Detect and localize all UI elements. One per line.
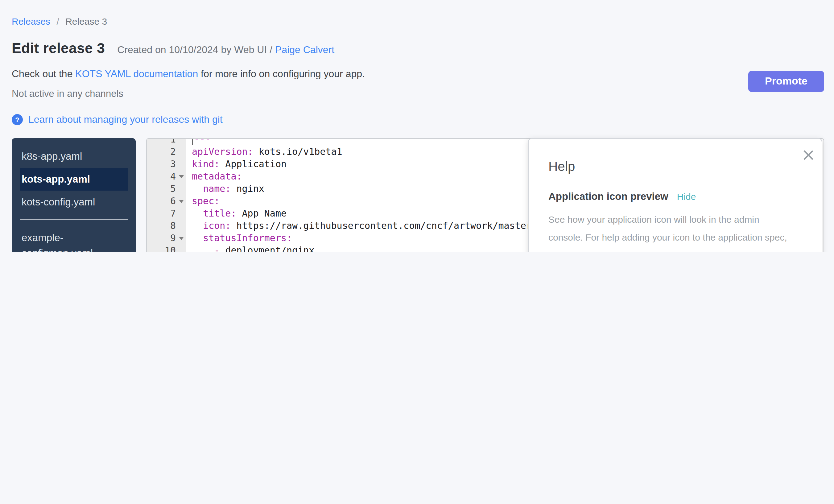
doc-hint-after: for more info on configuring your app. [198,68,365,79]
gutter-line-9: 9 [147,232,186,244]
title-row: Edit release 3 Created on 10/10/2024 by … [12,40,824,57]
question-circle-icon: ? [12,114,23,125]
help-title: Help [548,159,802,174]
close-icon[interactable] [803,150,814,160]
description-line-1: See how your application icon will look … [548,210,802,228]
file-item-example-configmap.yaml[interactable]: example-configmap.yaml [20,226,123,252]
release-workspace: k8s-app.yamlkots-app.yamlkots-config.yam… [12,138,824,252]
file-list-kots: k8s-app.yamlkots-app.yamlkots-config.yam… [12,138,136,214]
description-line-3: see the documentation. [548,246,802,252]
file-list-divider [20,219,128,220]
pane-gap [136,138,146,252]
doc-hint-before: Check out the [12,68,75,79]
created-by-link[interactable]: Paige Calvert [275,44,334,55]
gutter-line-2: 2 [147,146,186,158]
gutter-line-6: 6 [147,195,186,207]
file-item-kots-app.yaml[interactable]: kots-app.yaml [20,168,128,191]
gutter-line-5: 5 [147,182,186,195]
gutter-line-10: 10 [147,244,186,252]
breadcrumb-separator: / [57,16,59,26]
text-cursor [192,139,193,145]
fold-arrow-icon[interactable] [179,200,184,203]
breadcrumb-current: Release 3 [65,16,107,26]
gutter-line-3: 3 [147,158,186,170]
gutter-line-1: 1 [147,139,186,146]
edit-release-page: Releases / Release 3 Edit release 3 Crea… [0,0,834,252]
description-line-2: console. For help adding your icon to th… [548,228,802,246]
file-list-examples: example-configmap.yamlexample-deployment… [12,225,136,252]
promote-button[interactable]: Promote [748,71,824,92]
doc-link-suffix: . [642,250,644,252]
gutter-line-7: 7 [147,207,186,220]
breadcrumb-releases-link[interactable]: Releases [12,16,50,26]
help-panel: Help Application icon preview Hide See h… [528,138,822,252]
editor-gutter: 12345678910111213141516 [147,139,186,252]
kots-yaml-doc-link[interactable]: KOTS YAML documentation [75,68,198,79]
icon-preview-description: See how your application icon will look … [548,210,802,252]
gutter-line-4: 4 [147,170,186,182]
gutter-line-8: 8 [147,220,186,232]
breadcrumb: Releases / Release 3 [12,0,824,26]
icon-preview-title: Application icon preview [548,191,668,202]
created-text: Created on 10/10/2024 by Web UI / [117,44,272,55]
icon-preview-section-header: Application icon preview Hide [548,191,802,202]
created-info: Created on 10/10/2024 by Web UI / Paige … [117,44,334,56]
file-item-k8s-app.yaml[interactable]: k8s-app.yaml [20,145,123,168]
fold-arrow-icon[interactable] [179,175,184,178]
fold-arrow-icon[interactable] [179,237,184,240]
doc-hint-line: Check out the KOTS YAML documentation fo… [12,68,824,80]
page-title: Edit release 3 [12,40,105,57]
file-item-kots-config.yaml[interactable]: kots-config.yaml [20,191,123,214]
git-help-row: ? Learn about managing your releases wit… [12,114,824,125]
file-tree-sidebar: k8s-app.yamlkots-app.yamlkots-config.yam… [12,138,136,252]
see-documentation-link[interactable]: see the documentation [548,250,642,252]
channel-status: Not active in any channels [12,88,824,99]
hide-link[interactable]: Hide [677,191,696,202]
git-releases-link[interactable]: Learn about managing your releases with … [28,114,223,125]
